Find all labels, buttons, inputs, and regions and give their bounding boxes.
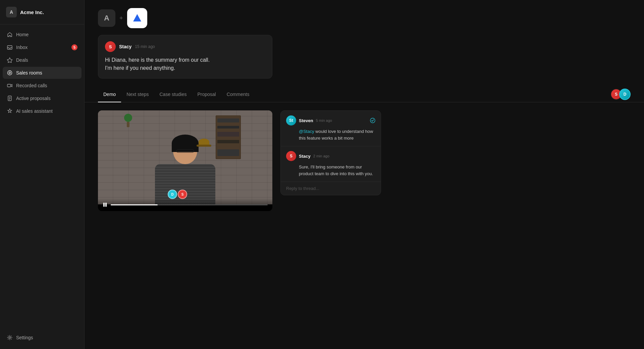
video-controls[interactable] (98, 198, 272, 211)
comment-1-sender: Steven (299, 118, 313, 123)
svg-marker-1 (7, 58, 12, 63)
tabs-bar: Demo Next steps Case studies Proposal Co… (85, 87, 644, 102)
comment-item-1: St Steven 5 min ago @Stacy would love t (281, 111, 381, 146)
svg-point-9 (9, 337, 11, 339)
sidebar-item-deals-label: Deals (16, 57, 28, 63)
mention-stacy: @Stacy (299, 129, 314, 134)
message-time: 15 min ago (135, 44, 155, 49)
comment-1-time: 5 min ago (316, 118, 332, 122)
progress-bar-track[interactable] (111, 204, 268, 205)
sidebar-item-settings[interactable]: Settings (3, 332, 82, 344)
sidebar-item-active-proposals[interactable]: Active proposals (3, 92, 82, 104)
sidebar-item-recorded-calls[interactable]: Recorded calls (3, 80, 82, 92)
message-sender: Stacy (119, 44, 131, 49)
tab-comments[interactable]: Comments (221, 87, 255, 102)
video-avatar-1: D (168, 190, 177, 199)
sidebar-item-inbox[interactable]: Inbox 5 (3, 41, 82, 53)
inbox-icon (7, 44, 13, 50)
sidebar-item-sales-rooms[interactable]: Sales rooms (3, 67, 82, 79)
steven-avatar: St (286, 115, 296, 126)
plus-sign: + (119, 15, 123, 22)
plant (124, 114, 132, 127)
top-area: A + S Stacy 15 min ago Hi Diana, here is… (85, 0, 644, 87)
sidebar-item-inbox-label: Inbox (16, 45, 28, 50)
stacy-comment-avatar: S (286, 151, 296, 161)
comment-1-header: St Steven 5 min ago (286, 115, 375, 126)
svg-rect-4 (7, 84, 11, 87)
tab-proposal[interactable]: Proposal (192, 87, 221, 102)
message-header: S Stacy 15 min ago (105, 41, 265, 52)
comments-panel: St Steven 5 min ago @Stacy would love t (280, 110, 381, 341)
pause-button[interactable] (103, 202, 107, 207)
sidebar-item-deals[interactable]: Deals (3, 54, 82, 66)
comment-item-2: S Stacy 2 min ago Sure, I'll bring someo… (281, 146, 381, 182)
acme-app-icon: A (98, 9, 115, 27)
tab-case-studies[interactable]: Case studies (154, 87, 192, 102)
svg-marker-10 (133, 14, 141, 21)
message-body: Hi Diana, here is the summary from our c… (105, 56, 265, 72)
app-icons-row: A + (98, 8, 631, 28)
comment-1-body: @Stacy would love to understand how this… (286, 128, 375, 141)
company-logo[interactable]: A Acme Inc. (0, 0, 84, 24)
svg-rect-11 (103, 203, 105, 207)
sidebar-item-recorded-calls-label: Recorded calls (16, 83, 47, 88)
deals-icon (7, 57, 13, 63)
sidebar-bottom: Settings (0, 329, 84, 349)
ai-icon (7, 108, 13, 114)
proposals-icon (7, 95, 13, 101)
sidebar-item-home[interactable]: Home (3, 29, 82, 41)
comment-1-check (370, 118, 375, 123)
tab-avatars: S D (610, 89, 631, 100)
comment-2-header: S Stacy 2 min ago (286, 151, 375, 161)
svg-point-13 (370, 118, 375, 123)
content-area: D S (85, 102, 644, 349)
sidebar-item-settings-label: Settings (16, 335, 33, 340)
company-name: Acme Inc. (20, 9, 44, 15)
sidebar-item-home-label: Home (16, 32, 29, 37)
svg-point-2 (8, 71, 12, 75)
comment-2-time: 2 min ago (313, 154, 329, 158)
brand-app-icon (127, 8, 147, 28)
wall-hat (197, 139, 211, 148)
inbox-badge: 5 (71, 44, 77, 50)
svg-point-3 (9, 72, 11, 74)
tab-avatar-diana: D (619, 89, 631, 100)
sales-rooms-icon (7, 70, 13, 76)
person-head (173, 137, 197, 164)
comment-2-body: Sure, I'll bring someone from our produc… (286, 164, 375, 177)
home-icon (7, 32, 13, 38)
tabs-list: Demo Next steps Case studies Proposal Co… (98, 87, 255, 102)
settings-icon (7, 335, 13, 341)
reply-input[interactable]: Reply to thread... (281, 182, 381, 195)
video-player[interactable]: D S (98, 110, 272, 211)
sidebar-item-sales-rooms-label: Sales rooms (16, 70, 42, 76)
sidebar-item-proposals-label: Active proposals (16, 96, 51, 101)
progress-bar-fill (111, 204, 158, 205)
video-avatar-2: S (178, 190, 187, 199)
main-content: A + S Stacy 15 min ago Hi Diana, here is… (85, 0, 644, 349)
company-avatar: A (6, 7, 17, 17)
comment-thread: St Steven 5 min ago @Stacy would love t (280, 110, 381, 195)
recorded-calls-icon (7, 83, 13, 89)
person-glasses (176, 149, 194, 153)
sidebar-nav: Home Inbox 5 Deals (0, 24, 84, 329)
video-viewer-avatars: D S (168, 190, 187, 199)
sidebar-item-ai-label: AI sales assistant (16, 108, 53, 114)
sidebar: A Acme Inc. Home Inbox 5 (0, 0, 85, 349)
tab-demo[interactable]: Demo (98, 87, 121, 102)
brand-logo-icon (132, 13, 143, 23)
stacy-avatar: S (105, 41, 116, 52)
svg-rect-12 (105, 203, 107, 207)
tab-next-steps[interactable]: Next steps (121, 87, 154, 102)
comment-2-sender: Stacy (299, 154, 311, 159)
message-card: S Stacy 15 min ago Hi Diana, here is the… (98, 35, 272, 79)
sidebar-item-ai-assistant[interactable]: AI sales assistant (3, 105, 82, 117)
